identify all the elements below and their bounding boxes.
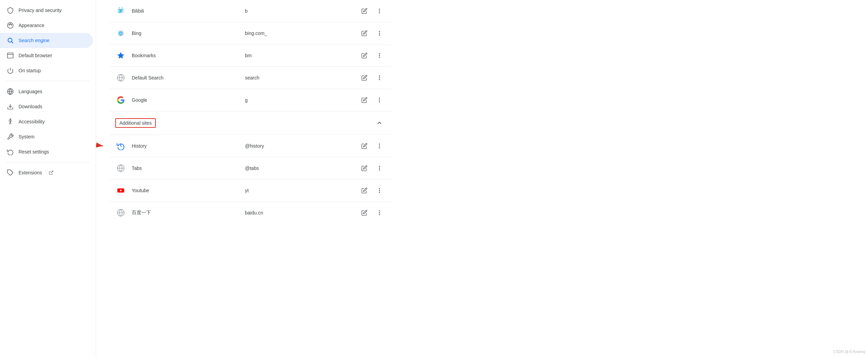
- svg-point-57: [379, 214, 380, 215]
- svg-point-2: [10, 24, 11, 25]
- more-history-button[interactable]: [373, 140, 386, 152]
- additional-sites-header: Additional sites: [110, 111, 391, 135]
- default-search-icon: [115, 72, 126, 83]
- svg-point-25: [379, 33, 380, 34]
- sidebar-item-languages[interactable]: Languages: [0, 84, 93, 99]
- svg-point-28: [379, 53, 380, 54]
- main-content: B Bilibili b: [96, 0, 868, 357]
- svg-point-29: [379, 55, 380, 56]
- engine-name-youtube: Youtube: [132, 188, 245, 193]
- content-area: B Bilibili b: [96, 0, 405, 224]
- svg-marker-27: [117, 52, 124, 59]
- accessibility-icon: [7, 118, 14, 125]
- svg-point-19: [379, 9, 380, 10]
- svg-point-30: [379, 57, 380, 58]
- sidebar-item-default-browser-label: Default browser: [19, 53, 52, 58]
- engine-row-history: History @history: [110, 135, 391, 157]
- svg-point-46: [379, 168, 380, 169]
- edit-baidu-button[interactable]: [358, 207, 371, 219]
- edit-default-search-button[interactable]: [358, 72, 371, 84]
- svg-point-24: [379, 31, 380, 32]
- svg-text:B: B: [120, 9, 122, 12]
- engine-name-history: History: [132, 143, 245, 149]
- engine-actions-history: [358, 140, 386, 152]
- edit-google-button[interactable]: [358, 94, 371, 106]
- sidebar-item-extensions[interactable]: Extensions: [0, 165, 93, 180]
- sidebar-item-reset-settings[interactable]: Reset settings: [0, 144, 93, 159]
- engine-row-bing: 🌐 Bing bing.com_: [110, 22, 391, 45]
- svg-point-3: [11, 24, 12, 25]
- engine-shortcut-default-search: search: [245, 75, 358, 81]
- edit-bilibili-button[interactable]: [358, 5, 371, 17]
- engine-actions-youtube: [358, 184, 386, 197]
- more-default-search-button[interactable]: [373, 72, 386, 84]
- more-google-button[interactable]: [373, 94, 386, 106]
- sidebar-item-search-engine[interactable]: Search engine: [0, 33, 93, 48]
- edit-bookmarks-button[interactable]: [358, 49, 371, 62]
- sidebar-item-default-browser[interactable]: Default browser: [0, 48, 93, 63]
- svg-point-36: [379, 98, 380, 99]
- more-bilibili-button[interactable]: [373, 5, 386, 17]
- sidebar-item-privacy[interactable]: Privacy and security: [0, 3, 93, 18]
- engine-shortcut-baidu: baidu.cn: [245, 210, 358, 216]
- svg-point-47: [379, 170, 380, 171]
- engine-shortcut-bilibili: b: [245, 8, 358, 14]
- bilibili-icon: B: [115, 5, 126, 16]
- svg-point-1: [9, 24, 10, 25]
- engine-name-tabs: Tabs: [132, 165, 245, 171]
- language-icon: [7, 88, 14, 95]
- svg-point-16: [119, 8, 120, 8]
- search-engines-list: B Bilibili b: [110, 0, 391, 224]
- sidebar-item-search-engine-label: Search engine: [19, 38, 49, 43]
- sidebar-item-system[interactable]: System: [0, 129, 93, 144]
- engine-actions-baidu: [358, 207, 386, 219]
- sidebar-item-extensions-label: Extensions: [19, 170, 42, 175]
- engine-shortcut-history: @history: [245, 143, 358, 149]
- engine-actions-google: [358, 94, 386, 106]
- collapse-additional-sites-button[interactable]: [373, 117, 386, 129]
- edit-tabs-button[interactable]: [358, 162, 371, 174]
- engine-shortcut-bookmarks: bm: [245, 53, 358, 58]
- edit-bing-button[interactable]: [358, 27, 371, 39]
- svg-point-33: [379, 76, 380, 76]
- more-baidu-button[interactable]: [373, 207, 386, 219]
- sidebar-item-on-startup[interactable]: On startup: [0, 63, 93, 78]
- engine-shortcut-tabs: @tabs: [245, 165, 358, 171]
- google-icon: [115, 95, 126, 106]
- engine-name-bilibili: Bilibili: [132, 8, 245, 14]
- svg-point-50: [379, 188, 380, 189]
- svg-point-51: [379, 190, 380, 191]
- history-icon: [115, 140, 126, 151]
- more-tabs-button[interactable]: [373, 162, 386, 174]
- svg-point-37: [379, 100, 380, 100]
- puzzle-icon: [7, 169, 14, 176]
- external-link-icon: [49, 170, 54, 175]
- sidebar-item-accessibility[interactable]: Accessibility: [0, 114, 93, 129]
- sidebar-item-downloads[interactable]: Downloads: [0, 99, 93, 114]
- edit-history-button[interactable]: [358, 140, 371, 152]
- more-bing-button[interactable]: [373, 27, 386, 39]
- more-youtube-button[interactable]: [373, 184, 386, 197]
- engine-row-baidu: 百度一下 baidu.cn: [110, 202, 391, 224]
- svg-line-14: [51, 171, 53, 173]
- svg-point-41: [379, 146, 380, 146]
- engine-name-bing: Bing: [132, 30, 245, 36]
- engine-shortcut-youtube: yt: [245, 188, 358, 193]
- sidebar: Privacy and security Appearance Search e…: [0, 0, 96, 357]
- engine-row-youtube: Youtube yt: [110, 180, 391, 202]
- svg-point-56: [379, 212, 380, 213]
- tabs-icon: [115, 163, 126, 174]
- palette-icon: [7, 22, 14, 29]
- sidebar-item-on-startup-label: On startup: [19, 68, 41, 73]
- edit-youtube-button[interactable]: [358, 184, 371, 197]
- svg-point-35: [379, 79, 380, 80]
- sidebar-item-appearance[interactable]: Appearance: [0, 18, 93, 33]
- svg-point-38: [379, 102, 380, 102]
- bing-icon: 🌐: [115, 28, 126, 39]
- sidebar-item-downloads-label: Downloads: [19, 104, 42, 109]
- more-bookmarks-button[interactable]: [373, 49, 386, 62]
- svg-point-4: [8, 38, 12, 42]
- engine-row-bilibili: B Bilibili b: [110, 0, 391, 22]
- svg-point-20: [379, 11, 380, 11]
- engine-actions-tabs: [358, 162, 386, 174]
